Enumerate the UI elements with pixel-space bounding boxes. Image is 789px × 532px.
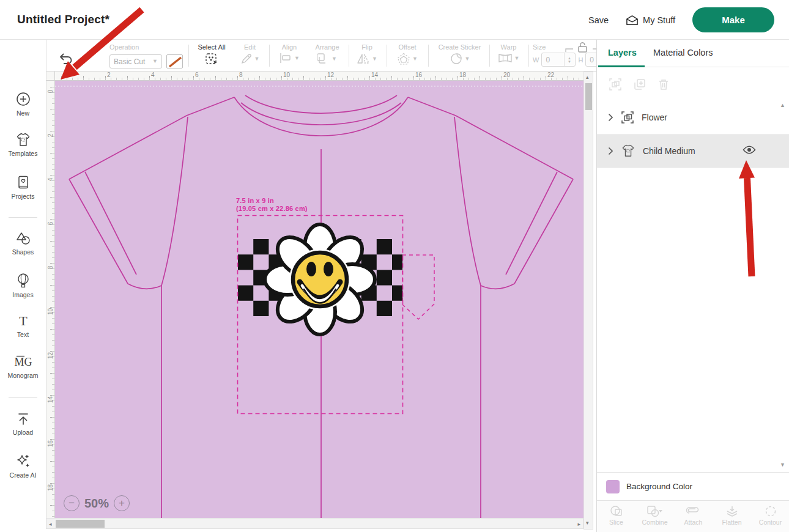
horizontal-ruler: 0246810121416182022	[55, 72, 583, 81]
canvas-art	[55, 81, 583, 518]
offset-button[interactable]: Offset ▼	[389, 43, 426, 65]
scroll-left-icon[interactable]: ◂	[49, 519, 52, 530]
save-label: Save	[588, 15, 609, 25]
scroll-right-icon[interactable]: ▸	[577, 519, 580, 530]
align-button[interactable]: Align ▼	[272, 43, 307, 64]
delete-tool-icon[interactable]	[658, 78, 669, 91]
arrange-button[interactable]: Arrange ▼	[308, 43, 346, 65]
slice-button[interactable]: Slice	[597, 501, 635, 532]
ruler-number: 6	[195, 72, 199, 78]
sidebar-item-text[interactable]: T Text	[0, 314, 46, 338]
sidebar-item-shapes[interactable]: Shapes	[0, 231, 46, 256]
attach-icon	[686, 505, 701, 517]
chevron-down-icon: ▼	[152, 59, 158, 64]
warp-icon	[498, 53, 513, 64]
ruler-number: 14	[47, 396, 54, 404]
create-sticker-label: Create Sticker	[431, 43, 489, 51]
combine-icon	[646, 505, 664, 517]
scroll-down-icon[interactable]: ▾	[586, 517, 589, 528]
make-button[interactable]: Make	[692, 7, 774, 32]
my-stuff-button[interactable]: My Stuff	[626, 15, 675, 26]
sidebar-item-projects[interactable]: Projects	[0, 175, 46, 200]
flower-design[interactable]	[238, 224, 402, 334]
operation-select[interactable]: Basic Cut ▼	[109, 54, 162, 68]
offset-label: Offset	[389, 43, 426, 51]
sidebar-item-templates[interactable]: Templates	[0, 133, 46, 157]
background-color-row[interactable]: Background Color	[597, 472, 789, 500]
layer-row-child-medium[interactable]: Child Medium	[597, 135, 789, 168]
zoom-control: − 50% +	[64, 495, 130, 511]
selection-dimensions: 7.5 in x 9 in (19.05 cm x 22.86 cm)	[236, 197, 308, 213]
horizontal-scrollbar[interactable]: ◂ ▸	[46, 518, 583, 529]
duplicate-tool-icon[interactable]	[634, 78, 646, 91]
linetype-swatch[interactable]	[166, 54, 183, 68]
save-button[interactable]: Save	[588, 15, 609, 25]
ruler-number: 0	[63, 72, 67, 78]
height-label: H	[578, 56, 583, 64]
scroll-up-icon[interactable]: ▴	[586, 72, 589, 83]
chevron-down-icon: ▼	[332, 56, 337, 62]
chevron-down-icon: ▼	[254, 56, 260, 62]
warp-label: Warp	[492, 43, 525, 51]
sidebar-item-new[interactable]: New	[0, 91, 46, 117]
group-tool-icon[interactable]	[609, 78, 621, 91]
sidebar-item-images[interactable]: Images	[0, 273, 46, 298]
combine-button[interactable]: Combine	[635, 501, 674, 532]
expand-chevron-icon[interactable]	[608, 147, 613, 155]
visibility-eye-icon[interactable]	[743, 145, 756, 155]
ruler-number: 2	[47, 131, 54, 139]
smiley-eye-right	[324, 262, 333, 276]
vertical-scroll-thumb[interactable]	[585, 83, 592, 110]
create-sticker-button[interactable]: Create Sticker ▼	[431, 43, 489, 65]
operation-label: Operation	[109, 43, 186, 51]
undo-icon[interactable]	[57, 52, 73, 65]
tshirt-icon	[621, 144, 635, 158]
zoom-in-button[interactable]: +	[114, 495, 130, 511]
flatten-label: Flatten	[713, 519, 751, 526]
ruler-number: 18	[459, 72, 466, 78]
warp-button[interactable]: Warp ▼	[492, 43, 525, 64]
align-label: Align	[272, 43, 307, 51]
zoom-level: 50%	[84, 497, 109, 511]
flip-label: Flip	[351, 43, 383, 51]
tab-material-colors[interactable]: Material Colors	[653, 48, 713, 57]
new-icon	[15, 91, 31, 107]
panel-tabs: Layers Material Colors	[597, 40, 789, 67]
cricut-design-space: Untitled Project* Save My Stuff Make New…	[0, 0, 789, 532]
background-color-swatch[interactable]	[606, 480, 620, 493]
svg-text:MG: MG	[14, 356, 32, 368]
lock-unlocked-icon[interactable]	[565, 42, 601, 53]
sidebar-divider	[9, 397, 37, 398]
width-stepper[interactable]: ▲▼	[564, 53, 574, 66]
align-icon	[279, 53, 292, 64]
pocket-guide	[402, 255, 434, 319]
zoom-out-button[interactable]: −	[64, 495, 80, 511]
vertical-scrollbar[interactable]: ▴ ▾	[583, 72, 593, 530]
design-canvas[interactable]: 7.5 in x 9 in (19.05 cm x 22.86 cm) − 50…	[55, 81, 583, 518]
images-icon	[16, 273, 31, 289]
tab-layers[interactable]: Layers	[608, 48, 637, 57]
sidebar-item-create-ai[interactable]: Create AI	[0, 453, 46, 479]
layer-list: Flower Child Medium	[597, 101, 789, 168]
flatten-button[interactable]: Flatten	[713, 501, 751, 532]
sidebar-item-upload[interactable]: Upload	[0, 412, 46, 436]
contour-button[interactable]: Contour	[751, 501, 789, 532]
width-input[interactable]	[542, 53, 564, 66]
attach-button[interactable]: Attach	[674, 501, 713, 532]
operation-group: Operation Basic Cut ▼	[109, 43, 186, 53]
horizontal-scroll-thumb[interactable]	[56, 520, 105, 528]
edit-button[interactable]: Edit ▼	[233, 43, 267, 65]
layers-panel: Layers Material Colors ▲	[596, 40, 789, 532]
sidebar-item-monogram[interactable]: MG Monogram	[0, 354, 46, 379]
ruler-number: 8	[47, 264, 54, 272]
ruler-number: 10	[283, 72, 290, 78]
vertical-ruler: 024681012141618	[46, 81, 55, 518]
expand-chevron-icon[interactable]	[608, 113, 613, 122]
panel-scroll-down-icon[interactable]: ▼	[780, 462, 785, 468]
dimension-inches: 7.5 in x 9 in	[236, 197, 308, 205]
select-all-button[interactable]: Select All	[192, 43, 231, 66]
layer-row-flower[interactable]: Flower	[597, 101, 789, 135]
flatten-icon	[725, 505, 739, 517]
select-all-icon	[205, 53, 218, 66]
flip-button[interactable]: Flip ▼	[351, 43, 383, 65]
